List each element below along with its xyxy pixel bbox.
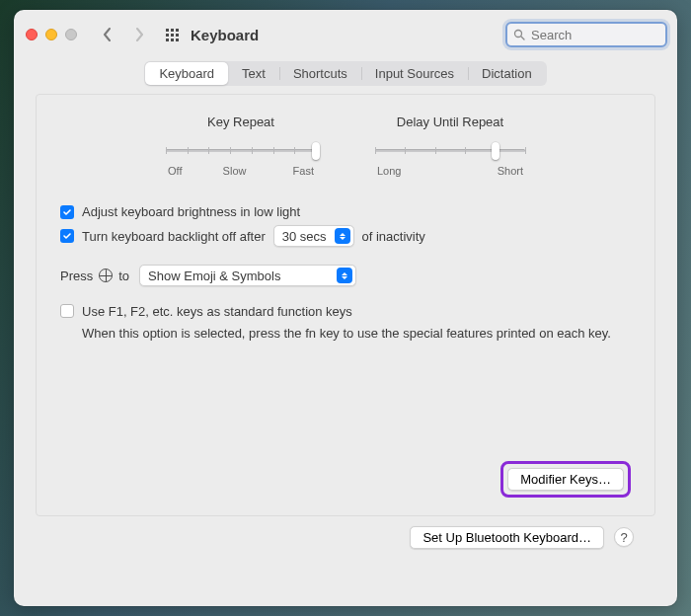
tab-input-sources[interactable]: Input Sources bbox=[361, 62, 468, 85]
modifier-keys-highlight: Modifier Keys… bbox=[500, 461, 631, 498]
svg-line-1 bbox=[521, 37, 524, 39]
grid-icon bbox=[166, 29, 179, 41]
tab-keyboard[interactable]: Keyboard bbox=[145, 62, 228, 85]
delay-label: Delay Until Repeat bbox=[375, 115, 525, 129]
search-icon bbox=[513, 29, 525, 40]
fnkeys-help: When this option is selected, press the … bbox=[82, 325, 631, 343]
globe-action-select[interactable]: Show Emoji & Symbols bbox=[139, 265, 356, 286]
tab-dictation[interactable]: Dictation bbox=[468, 62, 546, 85]
check-icon bbox=[62, 231, 72, 241]
backlight-prefix: Turn keyboard backlight off after bbox=[82, 229, 266, 244]
globe-prefix: Press bbox=[60, 269, 93, 283]
fnkeys-label: Use F1, F2, etc. keys as standard functi… bbox=[82, 304, 352, 319]
backlight-timeout-select[interactable]: 30 secs bbox=[273, 225, 354, 247]
key-repeat-label: Key Repeat bbox=[166, 115, 316, 129]
window-controls bbox=[26, 29, 77, 40]
content: Keyboard Text Shortcuts Input Sources Di… bbox=[14, 59, 677, 606]
help-button[interactable]: ? bbox=[614, 527, 634, 547]
stepper-icon bbox=[335, 228, 350, 244]
fnkeys-checkbox[interactable] bbox=[60, 304, 74, 318]
search-input[interactable] bbox=[529, 27, 659, 43]
tab-text[interactable]: Text bbox=[228, 62, 279, 85]
nav-buttons bbox=[97, 23, 150, 46]
delay-slider: Delay Until Repeat Long Short bbox=[375, 115, 525, 177]
back-button[interactable] bbox=[97, 23, 118, 46]
globe-icon bbox=[99, 269, 113, 282]
forward-button[interactable] bbox=[128, 23, 150, 46]
check-icon bbox=[62, 207, 72, 217]
search-field[interactable] bbox=[505, 22, 667, 47]
delay-track[interactable] bbox=[375, 143, 525, 159]
brightness-label: Adjust keyboard brightness in low light bbox=[82, 204, 300, 219]
show-all-button[interactable] bbox=[166, 29, 179, 41]
minimize-icon[interactable] bbox=[45, 29, 57, 40]
bluetooth-keyboard-button[interactable]: Set Up Bluetooth Keyboard… bbox=[410, 526, 604, 549]
brightness-checkbox[interactable] bbox=[60, 205, 74, 219]
tab-shortcuts[interactable]: Shortcuts bbox=[279, 62, 361, 85]
tab-bar: Keyboard Text Shortcuts Input Sources Di… bbox=[144, 61, 546, 86]
maximize-icon bbox=[65, 29, 77, 40]
keyboard-panel: Key Repeat Off Slow Fast Delay Until Rep… bbox=[36, 94, 655, 516]
globe-suffix: to bbox=[118, 269, 129, 283]
preferences-window: Keyboard Keyboard Text Shortcuts Input S… bbox=[14, 10, 677, 606]
key-repeat-slider: Key Repeat Off Slow Fast bbox=[166, 115, 316, 177]
titlebar: Keyboard bbox=[14, 10, 677, 59]
key-repeat-track[interactable] bbox=[166, 143, 316, 159]
close-icon[interactable] bbox=[26, 29, 38, 40]
window-title: Keyboard bbox=[191, 27, 259, 43]
backlight-checkbox[interactable] bbox=[60, 229, 74, 243]
backlight-suffix: of inactivity bbox=[362, 229, 425, 244]
svg-point-0 bbox=[515, 31, 522, 38]
stepper-icon bbox=[337, 268, 352, 283]
modifier-keys-button[interactable]: Modifier Keys… bbox=[507, 468, 624, 491]
